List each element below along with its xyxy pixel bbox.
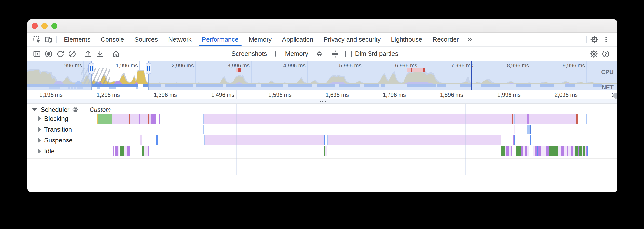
flame-segment[interactable]: [586, 114, 587, 124]
flame-segment[interactable]: [516, 146, 521, 156]
clear-button[interactable]: [66, 48, 78, 59]
flame-segment[interactable]: [140, 114, 140, 124]
devtools-settings-button[interactable]: [588, 34, 600, 45]
expand-triangle-icon[interactable]: [38, 116, 41, 121]
flame-segment[interactable]: [120, 146, 124, 156]
timeline-overview[interactable]: 996 ms1,996 ms2,996 ms3,996 ms4,996 ms5,…: [28, 61, 618, 90]
selection-handle-left[interactable]: [88, 63, 94, 74]
flame-segment[interactable]: [151, 114, 156, 124]
collapse-triangle-icon[interactable]: [32, 108, 37, 111]
live-metrics-home-button[interactable]: [110, 48, 122, 59]
flame-segment[interactable]: [525, 146, 528, 156]
devtools-menu-button[interactable]: [600, 34, 612, 45]
screenshots-checkbox[interactable]: [222, 50, 228, 57]
flame-segment[interactable]: [528, 146, 529, 156]
flame-segment[interactable]: [112, 114, 156, 124]
flame-segment[interactable]: [203, 125, 204, 134]
flame-segment[interactable]: [324, 135, 325, 145]
tab-sources[interactable]: Sources: [129, 33, 163, 46]
flame-segment[interactable]: [159, 114, 160, 124]
flame-segment[interactable]: [521, 146, 523, 156]
more-tabs-button[interactable]: [464, 34, 476, 45]
track-row-label-suspense[interactable]: Suspense: [38, 135, 73, 145]
traffic-light-close[interactable]: [32, 23, 38, 29]
flame-segment[interactable]: [509, 146, 511, 156]
flamechart-area[interactable]: Scheduler — Custom BlockingTransitionSus…: [28, 103, 618, 175]
flame-segment[interactable]: [328, 135, 502, 145]
flame-segment[interactable]: [534, 146, 538, 156]
device-toolbar-button[interactable]: [43, 34, 54, 45]
flame-segment[interactable]: [514, 125, 515, 134]
flame-segment[interactable]: [511, 146, 512, 156]
flame-segment[interactable]: [570, 146, 572, 156]
flame-segment[interactable]: [144, 146, 148, 156]
flame-segment[interactable]: [512, 114, 513, 124]
tab-memory[interactable]: Memory: [244, 33, 277, 46]
collect-garbage-button[interactable]: [314, 48, 325, 59]
traffic-light-minimize[interactable]: [42, 23, 48, 29]
window-titlebar[interactable]: [28, 19, 618, 33]
flame-segment[interactable]: [523, 146, 525, 156]
tab-privacy-and-security[interactable]: Privacy and security: [318, 33, 386, 46]
flame-segment[interactable]: [548, 146, 558, 156]
memory-toggle[interactable]: Memory: [275, 50, 308, 58]
tab-lighthouse[interactable]: Lighthouse: [386, 33, 427, 46]
flame-segment[interactable]: [205, 135, 324, 145]
help-button[interactable]: ?: [600, 48, 612, 59]
flame-segment[interactable]: [124, 146, 128, 156]
flame-segment[interactable]: [156, 135, 158, 145]
flame-segment[interactable]: [541, 146, 546, 156]
flame-segment[interactable]: [514, 135, 515, 145]
save-profile-button[interactable]: [94, 48, 106, 59]
flame-segment[interactable]: [568, 146, 570, 156]
selection-handle-right[interactable]: [146, 63, 152, 74]
expand-triangle-icon[interactable]: [38, 148, 41, 154]
flame-segment[interactable]: [118, 146, 119, 156]
tab-elements[interactable]: Elements: [59, 33, 96, 46]
track-header-scheduler[interactable]: Scheduler — Custom: [32, 106, 111, 113]
capture-settings-button[interactable]: [588, 48, 600, 59]
tab-network[interactable]: Network: [163, 33, 196, 46]
record-and-reload-button[interactable]: [54, 48, 66, 59]
tab-console[interactable]: Console: [96, 33, 129, 46]
record-button[interactable]: [43, 48, 54, 59]
flame-segment[interactable]: [506, 146, 509, 156]
flame-segment[interactable]: [576, 114, 576, 124]
shrink-rows-button[interactable]: [329, 48, 341, 59]
toggle-sidebar-button[interactable]: [31, 48, 43, 59]
flame-segment[interactable]: [572, 146, 575, 156]
flame-segment[interactable]: [546, 146, 548, 156]
track-row-label-transition[interactable]: Transition: [38, 125, 72, 134]
flame-segment[interactable]: [204, 114, 578, 124]
flame-segment[interactable]: [564, 146, 567, 156]
traffic-light-zoom[interactable]: [51, 23, 58, 29]
tab-performance[interactable]: Performance: [197, 33, 244, 46]
flame-segment[interactable]: [502, 146, 505, 156]
flame-segment[interactable]: [514, 114, 515, 124]
flame-segment[interactable]: [98, 114, 112, 124]
flame-segment[interactable]: [530, 135, 531, 145]
scrollbar-thumb[interactable]: [613, 93, 618, 99]
tab-recorder[interactable]: Recorder: [427, 33, 464, 46]
dim-3rd-parties-toggle[interactable]: Dim 3rd parties: [345, 50, 398, 58]
expand-triangle-icon[interactable]: [38, 127, 41, 132]
overview-playhead[interactable]: [471, 61, 472, 90]
flame-segment[interactable]: [579, 146, 582, 156]
flame-segment[interactable]: [114, 146, 114, 156]
flame-segment[interactable]: [583, 146, 585, 156]
flame-segment[interactable]: [148, 114, 149, 124]
flame-segment[interactable]: [538, 146, 541, 156]
expand-triangle-icon[interactable]: [38, 138, 41, 143]
load-profile-button[interactable]: [82, 48, 94, 59]
inspect-element-button[interactable]: [31, 34, 43, 45]
flame-segment[interactable]: [558, 146, 561, 156]
flame-segment[interactable]: [158, 114, 158, 124]
track-row-label-blocking[interactable]: Blocking: [38, 114, 68, 124]
flame-segment[interactable]: [140, 135, 142, 145]
flame-segment[interactable]: [527, 114, 529, 124]
panel-resizer-handle[interactable]: [28, 99, 618, 103]
flame-segment[interactable]: [148, 146, 149, 156]
dim-3rd-parties-checkbox[interactable]: [345, 50, 352, 57]
flame-segment[interactable]: [128, 146, 130, 156]
flame-segment[interactable]: [587, 146, 588, 156]
